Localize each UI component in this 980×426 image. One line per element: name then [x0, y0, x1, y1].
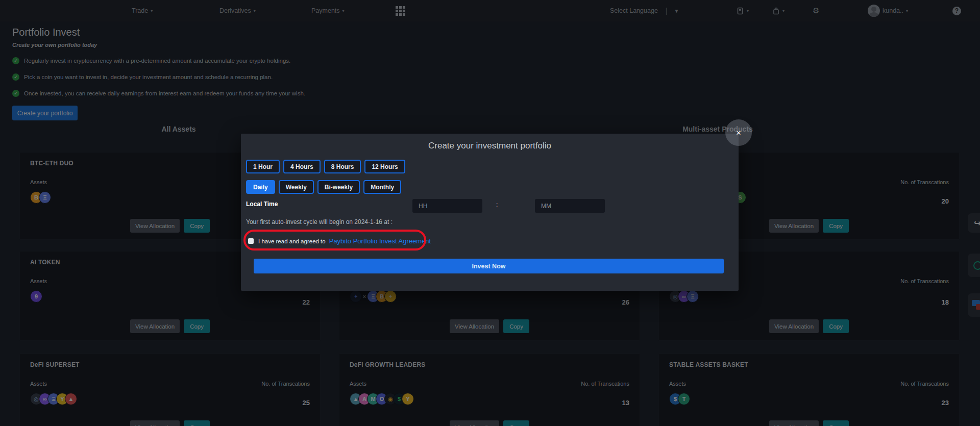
- portfolio-invest-page: Trade ▾ Derivatives ▾ Payments ▾ Select …: [0, 0, 980, 426]
- option-12-hours[interactable]: 12 Hours: [364, 160, 405, 173]
- cycle-start-text: Your first auto-invest cycle will begin …: [246, 218, 393, 225]
- portfolio-invest-agreement-link[interactable]: Paybito Portfolio Invest Agreement: [329, 237, 431, 245]
- minute-input[interactable]: [535, 199, 605, 213]
- option-weekly[interactable]: Weekly: [279, 180, 314, 194]
- time-colon: :: [496, 201, 498, 208]
- modal-title: Create your investment portfolio: [241, 141, 739, 151]
- invest-now-button[interactable]: Invest Now: [254, 259, 724, 273]
- close-icon: ✕: [736, 129, 742, 137]
- frequency-options-group: Daily Weekly Bi-weekly Monthly: [246, 180, 401, 194]
- agreement-row: I have read and agreed to Paybito Portfo…: [248, 237, 431, 245]
- hour-input[interactable]: [412, 199, 482, 213]
- agreement-checkbox[interactable]: [248, 238, 254, 244]
- agreement-text: I have read and agreed to: [258, 238, 326, 244]
- option-1-hour[interactable]: 1 Hour: [246, 160, 280, 173]
- create-investment-portfolio-modal: Create your investment portfolio 1 Hour …: [241, 134, 739, 291]
- modal-close-button[interactable]: ✕: [725, 119, 752, 146]
- option-4-hours[interactable]: 4 Hours: [283, 160, 321, 173]
- option-daily[interactable]: Daily: [246, 180, 275, 194]
- option-monthly[interactable]: Monthly: [363, 180, 401, 194]
- option-8-hours[interactable]: 8 Hours: [324, 160, 361, 173]
- option-bi-weekly[interactable]: Bi-weekly: [317, 180, 360, 194]
- hour-options-group: 1 Hour 4 Hours 8 Hours 12 Hours: [246, 160, 405, 173]
- local-time-label: Local Time: [246, 201, 278, 208]
